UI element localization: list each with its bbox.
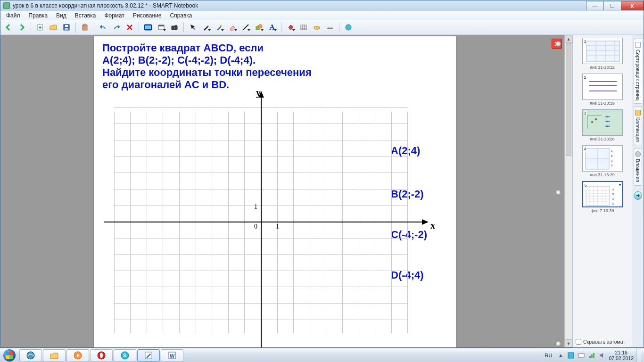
- thumbnail[interactable]: 3 ■■■■■■■■■ янв 31-13:26: [582, 109, 623, 141]
- eraser-icon[interactable]: [226, 22, 239, 33]
- measurement-icon[interactable]: [324, 22, 336, 33]
- properties-icon[interactable]: [311, 22, 323, 33]
- windows-logo-icon: [3, 349, 16, 362]
- task-media-player[interactable]: [66, 349, 89, 362]
- thumbnail-list: 1 янв 31-13:12 2 янв 31-13:19 3 ■■■■■■■■…: [573, 35, 632, 347]
- canvas-area[interactable]: Постройте квадрат ABCD, если A(2;4); B(2…: [0, 35, 572, 347]
- window-title: урок в 6 в классе координатная плоскость…: [13, 2, 198, 9]
- svg-point-13: [220, 25, 222, 26]
- menu-file[interactable]: Файл: [2, 11, 24, 20]
- vertical-scrollbar[interactable]: ▲ ▼: [564, 35, 572, 347]
- toolbar-separator: [339, 22, 339, 33]
- auto-hide-checkbox[interactable]: Скрывать автомат: [576, 339, 625, 345]
- svg-rect-30: [583, 110, 623, 136]
- task-explorer[interactable]: [43, 349, 66, 362]
- table-icon[interactable]: [297, 22, 310, 33]
- add-page-icon[interactable]: [34, 22, 46, 33]
- clock[interactable]: 21:16 07.02.2012: [609, 350, 634, 361]
- slide-handles: [554, 36, 562, 347]
- menu-insert[interactable]: Вставка: [71, 11, 100, 20]
- task-text: Постройте квадрат ABCD, если A(2;4); B(2…: [102, 42, 312, 91]
- tray-network-icon[interactable]: [588, 352, 595, 359]
- undo-icon[interactable]: [97, 22, 109, 33]
- save-icon[interactable]: [60, 22, 73, 33]
- shape-icon[interactable]: [253, 22, 265, 33]
- menu-help[interactable]: Справка: [166, 11, 196, 20]
- svg-point-19: [346, 25, 351, 30]
- show-desktop-button[interactable]: [636, 348, 641, 362]
- open-icon[interactable]: [47, 22, 59, 33]
- select-icon[interactable]: [187, 22, 199, 33]
- task-opera[interactable]: [90, 349, 113, 362]
- redo-icon[interactable]: [110, 22, 123, 33]
- thumbnail[interactable]: 2 янв 31-13:19: [582, 74, 623, 106]
- language-indicator[interactable]: RU: [543, 353, 554, 358]
- close-button[interactable]: X: [621, 1, 644, 10]
- screen-shade-icon[interactable]: [142, 22, 154, 33]
- svg-text:■■■: ■■■: [605, 115, 610, 118]
- toolbar-separator: [75, 22, 76, 33]
- handle-icon[interactable]: [555, 189, 561, 195]
- minimize-button[interactable]: —: [586, 1, 604, 10]
- next-page-icon[interactable]: [16, 22, 28, 33]
- camera-icon[interactable]: [168, 22, 181, 33]
- svg-rect-3: [65, 28, 68, 30]
- prev-page-icon[interactable]: [2, 22, 15, 33]
- svg-rect-12: [175, 25, 177, 26]
- menu-bar: Файл Правка Вид Вставка Формат Рисование…: [0, 11, 644, 20]
- menu-format[interactable]: Формат: [100, 11, 128, 20]
- fill-icon[interactable]: [284, 22, 297, 33]
- thumb-number: 4: [584, 147, 586, 151]
- window-controls: — ☐ X: [586, 1, 644, 10]
- menu-view[interactable]: Вид: [52, 11, 70, 20]
- task-ie[interactable]: [19, 349, 42, 362]
- line-icon[interactable]: [239, 22, 252, 33]
- menu-draw[interactable]: Рисование: [129, 11, 165, 20]
- task-skype[interactable]: S: [114, 349, 136, 362]
- scroll-down-icon[interactable]: ▼: [565, 339, 572, 347]
- tab-attachments[interactable]: Вложения: [634, 148, 642, 185]
- tab-gallery[interactable]: Коллекция: [634, 107, 642, 145]
- thumbnail[interactable]: 1 янв 31-13:12: [582, 38, 623, 70]
- thumb-number: 5: [585, 183, 587, 188]
- toolbar-separator: [183, 22, 184, 33]
- toolbar: A: [0, 20, 644, 34]
- svg-text:S: S: [123, 353, 126, 358]
- tray-volume-icon[interactable]: [598, 352, 606, 359]
- thumb-timestamp: янв 31-13:26: [582, 137, 623, 141]
- fullscreen-icon[interactable]: [155, 22, 167, 33]
- task-smart-notebook[interactable]: [137, 349, 160, 362]
- svg-text:B: B: [611, 155, 613, 157]
- task-word[interactable]: W: [161, 349, 183, 362]
- smart-icon[interactable]: [342, 22, 355, 33]
- thumbnail[interactable]: 4 ABCD янв 31-13:29: [582, 145, 623, 177]
- scroll-thumb[interactable]: [566, 43, 571, 156]
- delete-icon[interactable]: [124, 22, 136, 33]
- toolbar-separator: [31, 22, 31, 33]
- svg-rect-9: [158, 25, 164, 26]
- scroll-up-icon[interactable]: ▲: [565, 35, 572, 43]
- svg-rect-5: [83, 24, 86, 26]
- slide-page[interactable]: Постройте квадрат ABCD, если A(2;4); B(2…: [94, 36, 456, 347]
- menu-edit[interactable]: Правка: [25, 11, 52, 20]
- thumb-timestamp: янв 31-13:29: [582, 173, 623, 177]
- auto-hide-input[interactable]: [576, 339, 581, 345]
- page-sorter-icon: [635, 42, 641, 48]
- pen-icon[interactable]: [200, 22, 212, 33]
- svg-text:D: D: [612, 202, 614, 205]
- gallery-icon: [635, 110, 641, 115]
- tray-flag-icon[interactable]: ▲: [557, 352, 564, 359]
- svg-rect-69: [589, 356, 591, 358]
- text-icon[interactable]: A: [266, 22, 278, 33]
- collapse-panel-icon[interactable]: ➜: [634, 191, 642, 200]
- tab-page-sorter[interactable]: Сортировщик страниц: [634, 39, 642, 104]
- paste-icon[interactable]: [79, 22, 91, 33]
- creative-pen-icon[interactable]: [213, 22, 225, 33]
- tray-smart-icon[interactable]: [567, 352, 575, 359]
- maximize-button[interactable]: ☐: [603, 1, 621, 10]
- handle-icon[interactable]: [555, 41, 561, 47]
- tray-action-icon[interactable]: [578, 352, 585, 359]
- start-button[interactable]: [0, 348, 19, 362]
- handle-icon[interactable]: [555, 341, 561, 346]
- thumbnail[interactable]: 5 ABCD ▾ фев 7-19:39: [582, 181, 623, 213]
